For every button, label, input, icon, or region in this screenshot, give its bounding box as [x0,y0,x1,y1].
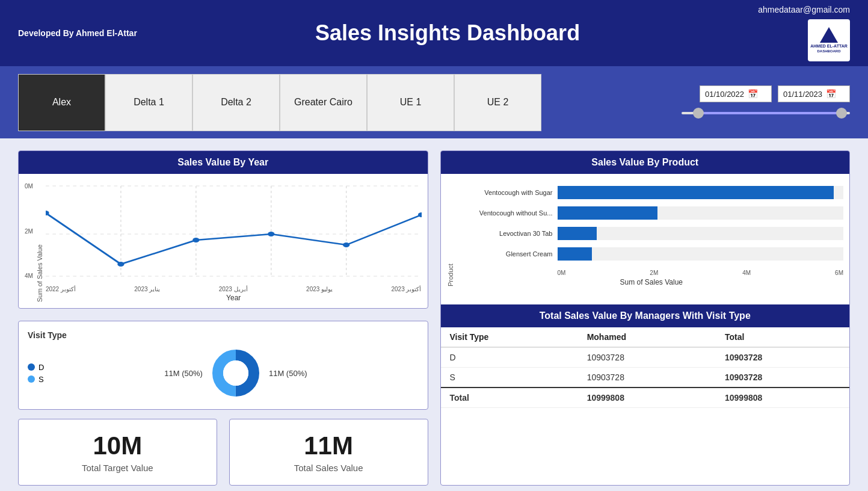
region-tabs: AlexDelta 1Delta 2Greater CairoUE 1UE 2 [18,74,657,131]
bar-track-2 [558,227,844,240]
table-row-1: S1090372810903728 [441,368,850,388]
td-visit-type-1: S [441,368,578,388]
managers-table-title: Total Sales Value By Managers With Visit… [441,304,850,327]
donut-center: 11M (50%) 11M (50%) [53,346,418,400]
bar-label-2: Levoctivan 30 Tab [460,230,553,237]
sales-by-year-body: 4M 2M 0M Sum of Sales Value [19,174,428,308]
date-end-value: 01/11/2023 [783,90,822,99]
td-mohamed-0: 10903728 [578,347,716,368]
managers-table: Visit Type Mohamed Total D10903728109037… [441,327,850,408]
legend-dot-d [28,363,35,371]
bar-x-title: Sum of Sales Value [460,278,844,286]
header: Developed By Ahmed El-Attar Sales Insigh… [0,0,868,66]
managers-table-card: Total Sales Value By Managers With Visit… [441,304,850,408]
donut-left-value: 11M (50%) [164,369,203,378]
svg-point-15 [223,360,248,386]
left-bottom: Visit Type D S 11M (50%) [18,321,428,486]
kpi-sales-value: 11M [304,431,353,460]
region-tab-ue-2[interactable]: UE 2 [454,74,541,131]
bar-label-0: Ventocough with Sugar [460,189,553,196]
date-end-input[interactable]: 01/11/2023 📅 [778,85,850,102]
col-total: Total [716,327,849,347]
x-label-3: يوليو 2023 [306,286,333,292]
line-chart-wrap: 4M 2M 0M Sum of Sales Value [25,180,422,302]
svg-point-8 [117,262,124,267]
bar-x-axis: 0M 2M 4M 6M [558,270,844,276]
x-axis-title: Year [46,294,422,302]
filter-bar: AlexDelta 1Delta 2Greater CairoUE 1UE 2 … [0,66,868,138]
td-total-1: 10903728 [716,368,849,388]
kpi-target-label: Total Target Value [82,463,153,473]
region-tab-alex[interactable]: Alex [18,74,105,131]
sales-by-product-card: Sales Value By Product Product Ventocoug… [440,150,851,486]
bar-chart-area: Ventocough with SugarVentocough without … [460,180,844,286]
bar-y-axis-label: Product [447,264,454,286]
y-tick-0m: 0M [25,183,33,190]
bar-x-0m: 0M [558,270,566,276]
date-start-input[interactable]: 01/10/2022 📅 [700,85,772,102]
bar-rows: Ventocough with SugarVentocough without … [460,180,844,267]
calendar-icon: 📅 [748,89,758,99]
td-total-0: 10903728 [716,347,849,368]
region-tab-greater-cairo[interactable]: Greater Cairo [280,74,367,131]
td-visit-type-2: Total [441,388,578,408]
legend-label-s: S [38,375,44,384]
bar-chart-wrap: Product Ventocough with SugarVentocough … [447,180,844,286]
bar-row-3: Glensert Cream [460,247,844,261]
slider-fill [698,112,842,114]
legend-dot-s [28,375,35,383]
bar-row-2: Levoctivan 30 Tab [460,227,844,240]
bar-track-0 [558,186,844,199]
visit-type-card: Visit Type D S 11M (50%) [18,321,428,410]
page-title: Sales Insights Dashboard [137,20,758,46]
table-row-0: D1090372810903728 [441,347,850,368]
bar-fill-0 [558,186,834,199]
sales-by-year-title: Sales Value By Year [19,151,428,174]
bar-x-2m: 2M [650,270,658,276]
svg-point-11 [343,242,349,247]
legend-d: D [28,363,44,372]
bar-row-0: Ventocough with Sugar [460,186,844,199]
kpi-sales-label: Total Sales Value [294,463,363,473]
donut-right-value: 11M (50%) [269,369,307,378]
bar-x-4m: 4M [742,270,751,276]
email-label: ahmedataar@gmail.com [758,5,850,14]
header-right: ahmedataar@gmail.com AHMED EL-ATTAR DASH… [758,5,850,61]
bar-x-6m: 6M [835,270,843,276]
managers-table-body: D1090372810903728S1090372810903728Total1… [441,347,850,408]
donut-with-labels: D S 11M (50%) 11M [28,346,419,400]
y-tick-4m: 4M [25,273,33,279]
slider-thumb-left[interactable] [693,108,704,119]
kpi-row: 10M Total Target Value 11M Total Sales V… [18,419,428,486]
svg-point-10 [268,232,274,236]
calendar-icon-2: 📅 [826,89,836,99]
td-visit-type-0: D [441,347,578,368]
sales-by-product-title: Sales Value By Product [441,151,850,174]
legend-s: S [28,375,44,384]
y-axis-label: Sum of Sales Value [36,244,43,302]
slider-thumb-right[interactable] [836,108,847,119]
x-label-1: يناير 2023 [134,286,160,292]
bar-label-3: Glensert Cream [460,250,553,258]
kpi-sales-card: 11M Total Sales Value [229,419,428,486]
x-axis-labels: أكتوبر 2022 يناير 2023 أبريل 2023 يوليو … [46,285,422,292]
kpi-target-value: 10M [93,431,143,460]
col-mohamed: Mohamed [578,327,716,347]
date-slider[interactable] [682,107,850,119]
region-tab-ue-1[interactable]: UE 1 [367,74,454,131]
sales-by-product-body: Product Ventocough with SugarVentocough … [441,174,850,292]
y-ticks: 4M 2M 0M [25,180,36,282]
x-label-2: أبريل 2023 [219,286,248,292]
svg-point-9 [192,238,199,242]
region-tab-delta-2[interactable]: Delta 2 [192,74,280,131]
bar-track-1 [558,206,844,220]
x-label-4: أكتوبر 2023 [391,286,421,292]
region-tab-delta-1[interactable]: Delta 1 [105,74,192,131]
bar-label-1: Ventocough without Su... [460,209,553,217]
td-mohamed-1: 10903728 [578,368,716,388]
legend-area: D S [28,363,44,384]
x-label-0: أكتوبر 2022 [46,286,76,292]
bar-fill-2 [558,227,597,240]
bar-fill-3 [558,247,592,261]
bar-row-1: Ventocough without Su... [460,206,844,220]
